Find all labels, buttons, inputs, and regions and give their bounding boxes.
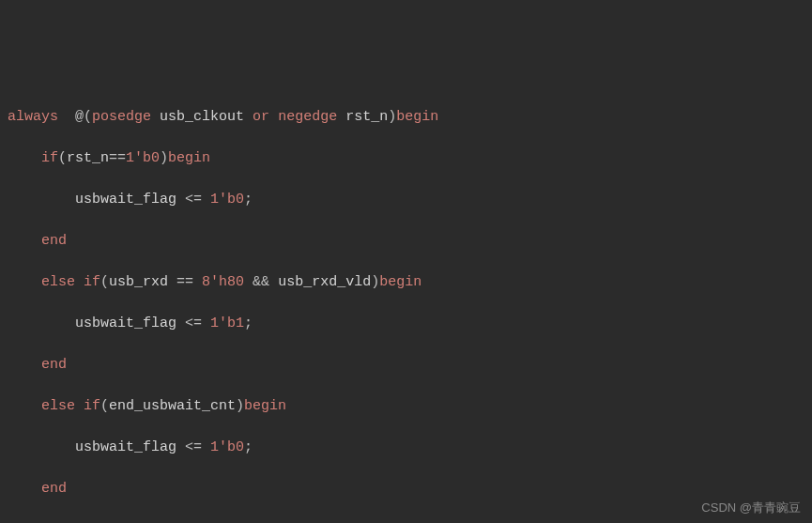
- code-line: usbwait_flag <= 1'b0;: [8, 190, 804, 210]
- code-editor[interactable]: always @(posedge usb_clkout or negedge r…: [8, 86, 804, 523]
- watermark-text: CSDN @青青豌豆: [701, 498, 801, 518]
- code-line: usbwait_flag <= 1'b0;: [8, 438, 804, 458]
- code-line: if(rst_n==1'b0)begin: [8, 148, 804, 169]
- code-line: usbwait_flag <= 1'b1;: [8, 314, 804, 334]
- code-line: else if(end_usbwait_cnt)begin: [8, 396, 804, 417]
- code-line: end: [8, 479, 804, 500]
- code-line: end: [8, 231, 804, 252]
- code-line: else if(usb_rxd == 8'h80 && usb_rxd_vld)…: [8, 272, 804, 293]
- code-line: always @(posedge usb_clkout or negedge r…: [8, 107, 804, 128]
- code-line: end: [8, 355, 804, 376]
